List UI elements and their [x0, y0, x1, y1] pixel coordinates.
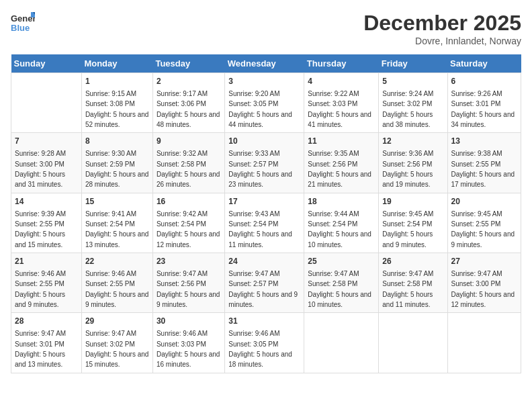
- calendar-cell: 6 Sunrise: 9:26 AM Sunset: 3:01 PM Dayli…: [447, 73, 521, 133]
- day-sunset: Sunset: 3:00 PM: [451, 280, 501, 287]
- day-daylight: Daylight: 5 hours and 12 minutes.: [451, 291, 515, 308]
- day-daylight: Daylight: 5 hours and 21 minutes.: [308, 171, 371, 188]
- day-sunrise: Sunrise: 9:17 AM: [157, 90, 208, 97]
- day-sunset: Sunset: 2:54 PM: [308, 220, 357, 228]
- day-sunset: Sunset: 2:55 PM: [451, 161, 501, 168]
- calendar-cell: 5 Sunrise: 9:24 AM Sunset: 3:02 PM Dayli…: [379, 73, 447, 133]
- calendar-cell: 13 Sunrise: 9:38 AM Sunset: 2:55 PM Dayl…: [447, 133, 521, 193]
- day-sunrise: Sunrise: 9:42 AM: [157, 210, 208, 218]
- day-sunrise: Sunrise: 9:30 AM: [85, 150, 136, 157]
- calendar-cell: 15 Sunrise: 9:41 AM Sunset: 2:54 PM Dayl…: [81, 193, 152, 253]
- day-sunrise: Sunrise: 9:24 AM: [382, 90, 433, 97]
- calendar-table: Sunday Monday Tuesday Wednesday Thursday…: [11, 54, 521, 373]
- header-monday: Monday: [81, 54, 152, 73]
- svg-text:Blue: Blue: [11, 23, 30, 33]
- day-sunrise: Sunrise: 9:20 AM: [228, 90, 279, 97]
- day-daylight: Daylight: 5 hours and 16 minutes.: [157, 351, 220, 368]
- calendar-cell: 2 Sunrise: 9:17 AM Sunset: 3:06 PM Dayli…: [152, 73, 224, 133]
- day-daylight: Daylight: 5 hours and 10 minutes.: [308, 291, 371, 308]
- calendar-cell: 16 Sunrise: 9:42 AM Sunset: 2:54 PM Dayl…: [152, 193, 224, 253]
- day-number: 14: [15, 196, 78, 208]
- header-saturday: Saturday: [447, 54, 521, 73]
- day-daylight: Daylight: 5 hours and 18 minutes.: [228, 351, 292, 368]
- calendar-cell: 27 Sunrise: 9:47 AM Sunset: 3:00 PM Dayl…: [447, 253, 521, 313]
- day-sunset: Sunset: 3:01 PM: [451, 100, 501, 107]
- day-number: 3: [228, 76, 300, 87]
- calendar-cell: 26 Sunrise: 9:47 AM Sunset: 2:58 PM Dayl…: [379, 253, 447, 313]
- day-number: 19: [382, 196, 443, 208]
- day-number: 31: [228, 316, 300, 327]
- day-sunset: Sunset: 3:03 PM: [308, 100, 357, 107]
- day-sunrise: Sunrise: 9:47 AM: [382, 270, 433, 277]
- day-sunrise: Sunrise: 9:35 AM: [308, 150, 359, 157]
- header-friday: Friday: [379, 54, 447, 73]
- day-sunset: Sunset: 2:59 PM: [85, 161, 135, 168]
- day-sunset: Sunset: 2:54 PM: [228, 220, 278, 228]
- calendar-cell: 20 Sunrise: 9:45 AM Sunset: 2:55 PM Dayl…: [447, 193, 521, 253]
- calendar-cell: 28 Sunrise: 9:47 AM Sunset: 3:01 PM Dayl…: [11, 313, 82, 373]
- calendar-cell: 21 Sunrise: 9:46 AM Sunset: 2:55 PM Dayl…: [11, 253, 82, 313]
- header-sunday: Sunday: [11, 54, 82, 73]
- page-header: General Blue December 2025 Dovre, Innlan…: [11, 11, 521, 46]
- day-daylight: Daylight: 5 hours and 19 minutes.: [382, 171, 433, 188]
- calendar-subtitle: Dovre, Innlandet, Norway: [363, 36, 521, 46]
- calendar-cell: 23 Sunrise: 9:47 AM Sunset: 2:56 PM Dayl…: [152, 253, 224, 313]
- calendar-week-row: 7 Sunrise: 9:28 AM Sunset: 3:00 PM Dayli…: [11, 133, 521, 193]
- day-daylight: Daylight: 5 hours and 9 minutes.: [228, 291, 298, 308]
- day-sunset: Sunset: 2:56 PM: [157, 280, 206, 287]
- calendar-cell: 19 Sunrise: 9:45 AM Sunset: 2:54 PM Dayl…: [379, 193, 447, 253]
- day-number: 1: [85, 76, 149, 87]
- day-number: 23: [157, 256, 221, 267]
- day-sunset: Sunset: 2:56 PM: [308, 161, 357, 168]
- day-sunrise: Sunrise: 9:44 AM: [308, 210, 359, 218]
- day-sunrise: Sunrise: 9:47 AM: [228, 270, 279, 277]
- day-sunrise: Sunrise: 9:36 AM: [382, 150, 433, 157]
- day-sunset: Sunset: 2:56 PM: [382, 161, 432, 168]
- calendar-cell: 31 Sunrise: 9:46 AM Sunset: 3:05 PM Dayl…: [225, 313, 304, 373]
- day-daylight: Daylight: 5 hours and 52 minutes.: [85, 111, 149, 128]
- header-thursday: Thursday: [304, 54, 379, 73]
- calendar-cell: [304, 313, 379, 373]
- day-sunrise: Sunrise: 9:47 AM: [308, 270, 359, 277]
- day-sunset: Sunset: 3:03 PM: [157, 340, 206, 348]
- day-daylight: Daylight: 5 hours and 31 minutes.: [15, 171, 65, 188]
- day-number: 30: [157, 316, 221, 327]
- day-number: 4: [308, 76, 375, 87]
- calendar-cell: 11 Sunrise: 9:35 AM Sunset: 2:56 PM Dayl…: [304, 133, 379, 193]
- day-daylight: Daylight: 5 hours and 15 minutes.: [85, 351, 149, 368]
- day-number: 2: [157, 76, 221, 87]
- day-sunset: Sunset: 2:58 PM: [157, 161, 206, 168]
- day-daylight: Daylight: 5 hours and 11 minutes.: [382, 291, 433, 308]
- calendar-cell: 24 Sunrise: 9:47 AM Sunset: 2:57 PM Dayl…: [225, 253, 304, 313]
- day-number: 12: [382, 136, 443, 147]
- day-number: 28: [15, 316, 78, 327]
- day-sunset: Sunset: 3:05 PM: [228, 100, 278, 107]
- day-sunset: Sunset: 2:55 PM: [85, 280, 135, 287]
- calendar-cell: 29 Sunrise: 9:47 AM Sunset: 3:02 PM Dayl…: [81, 313, 152, 373]
- day-sunrise: Sunrise: 9:22 AM: [308, 90, 359, 97]
- logo: General Blue: [11, 11, 35, 35]
- day-number: 18: [308, 196, 375, 208]
- day-daylight: Daylight: 5 hours and 12 minutes.: [157, 230, 220, 248]
- day-number: 15: [85, 196, 149, 208]
- calendar-week-row: 21 Sunrise: 9:46 AM Sunset: 2:55 PM Dayl…: [11, 253, 521, 313]
- day-sunrise: Sunrise: 9:26 AM: [451, 90, 502, 97]
- day-sunset: Sunset: 3:02 PM: [85, 340, 135, 348]
- day-sunset: Sunset: 2:55 PM: [451, 220, 501, 228]
- calendar-cell: 22 Sunrise: 9:46 AM Sunset: 2:55 PM Dayl…: [81, 253, 152, 313]
- day-sunrise: Sunrise: 9:38 AM: [451, 150, 502, 157]
- day-sunrise: Sunrise: 9:28 AM: [15, 150, 66, 157]
- day-sunrise: Sunrise: 9:47 AM: [15, 330, 66, 337]
- calendar-cell: [447, 313, 521, 373]
- calendar-title: December 2025: [363, 11, 521, 36]
- day-sunset: Sunset: 3:08 PM: [85, 100, 135, 107]
- day-number: 25: [308, 256, 375, 267]
- day-sunrise: Sunrise: 9:46 AM: [228, 330, 279, 337]
- day-daylight: Daylight: 5 hours and 9 minutes.: [382, 230, 433, 248]
- day-number: 5: [382, 76, 443, 87]
- day-daylight: Daylight: 5 hours and 10 minutes.: [308, 230, 371, 248]
- calendar-cell: 9 Sunrise: 9:32 AM Sunset: 2:58 PM Dayli…: [152, 133, 224, 193]
- calendar-cell: 17 Sunrise: 9:43 AM Sunset: 2:54 PM Dayl…: [225, 193, 304, 253]
- day-sunset: Sunset: 2:54 PM: [85, 220, 135, 228]
- day-sunrise: Sunrise: 9:46 AM: [15, 270, 66, 277]
